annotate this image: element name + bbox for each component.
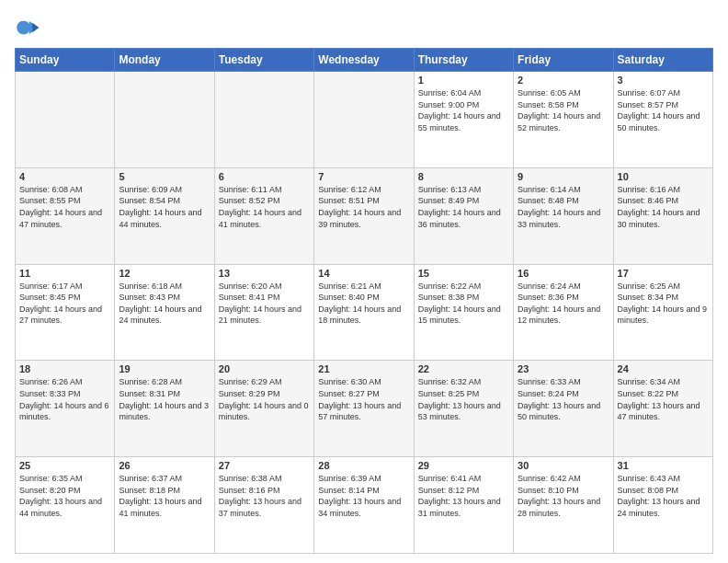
day-detail: Sunrise: 6:20 AMSunset: 8:41 PMDaylight:…: [219, 282, 301, 326]
day-number: 8: [418, 171, 509, 182]
svg-marker-3: [32, 23, 39, 33]
day-detail: Sunrise: 6:43 AMSunset: 8:08 PMDaylight:…: [618, 474, 700, 518]
calendar-day-header: Monday: [115, 49, 214, 72]
page: SundayMondayTuesdayWednesdayThursdayFrid…: [0, 0, 728, 563]
day-number: 7: [318, 171, 409, 182]
day-detail: Sunrise: 6:34 AMSunset: 8:22 PMDaylight:…: [618, 377, 700, 421]
day-detail: Sunrise: 6:09 AMSunset: 8:54 PMDaylight:…: [119, 185, 201, 229]
calendar-day-cell: [16, 72, 115, 168]
day-detail: Sunrise: 6:07 AMSunset: 8:57 PMDaylight:…: [618, 88, 700, 132]
day-detail: Sunrise: 6:14 AMSunset: 8:48 PMDaylight:…: [518, 185, 600, 229]
day-detail: Sunrise: 6:39 AMSunset: 8:14 PMDaylight:…: [318, 474, 401, 518]
day-number: 24: [618, 363, 709, 374]
calendar-day-cell: 6 Sunrise: 6:11 AMSunset: 8:52 PMDayligh…: [214, 167, 313, 264]
calendar-day-cell: 2 Sunrise: 6:05 AMSunset: 8:58 PMDayligh…: [514, 72, 613, 168]
day-detail: Sunrise: 6:25 AMSunset: 8:34 PMDaylight:…: [618, 282, 708, 326]
day-detail: Sunrise: 6:38 AMSunset: 8:16 PMDaylight:…: [219, 474, 301, 518]
day-detail: Sunrise: 6:42 AMSunset: 8:10 PMDaylight:…: [518, 474, 600, 518]
day-number: 30: [518, 460, 609, 471]
day-number: 16: [518, 268, 609, 279]
calendar-table: SundayMondayTuesdayWednesdayThursdayFrid…: [15, 48, 713, 554]
calendar-week-row: 11 Sunrise: 6:17 AMSunset: 8:45 PMDaylig…: [16, 264, 713, 361]
day-detail: Sunrise: 6:18 AMSunset: 8:43 PMDaylight:…: [119, 282, 201, 326]
day-detail: Sunrise: 6:16 AMSunset: 8:46 PMDaylight:…: [618, 185, 700, 229]
day-number: 14: [318, 268, 409, 279]
calendar-day-header: Wednesday: [314, 49, 414, 72]
day-detail: Sunrise: 6:28 AMSunset: 8:31 PMDaylight:…: [119, 377, 209, 421]
day-number: 3: [618, 75, 709, 86]
calendar-day-cell: 26 Sunrise: 6:37 AMSunset: 8:18 PMDaylig…: [115, 457, 214, 554]
calendar-day-cell: 10 Sunrise: 6:16 AMSunset: 8:46 PMDaylig…: [613, 167, 712, 264]
calendar-day-cell: 13 Sunrise: 6:20 AMSunset: 8:41 PMDaylig…: [214, 264, 313, 361]
day-detail: Sunrise: 6:22 AMSunset: 8:38 PMDaylight:…: [418, 282, 501, 326]
calendar-day-cell: 16 Sunrise: 6:24 AMSunset: 8:36 PMDaylig…: [514, 264, 613, 361]
day-number: 5: [119, 171, 210, 182]
day-number: 21: [318, 363, 409, 374]
day-number: 26: [119, 460, 210, 471]
calendar-day-cell: 8 Sunrise: 6:13 AMSunset: 8:49 PMDayligh…: [414, 167, 513, 264]
day-detail: Sunrise: 6:29 AMSunset: 8:29 PMDaylight:…: [219, 377, 309, 421]
day-detail: Sunrise: 6:32 AMSunset: 8:25 PMDaylight:…: [418, 377, 501, 421]
calendar-day-cell: 22 Sunrise: 6:32 AMSunset: 8:25 PMDaylig…: [414, 361, 513, 457]
calendar-day-header: Tuesday: [214, 49, 313, 72]
day-number: 25: [19, 460, 110, 471]
calendar-day-cell: 17 Sunrise: 6:25 AMSunset: 8:34 PMDaylig…: [613, 264, 712, 361]
day-number: 12: [119, 268, 210, 279]
day-number: 9: [518, 171, 609, 182]
day-number: 11: [19, 268, 110, 279]
calendar-week-row: 1 Sunrise: 6:04 AMSunset: 9:00 PMDayligh…: [16, 72, 713, 168]
calendar-week-row: 25 Sunrise: 6:35 AMSunset: 8:20 PMDaylig…: [16, 457, 713, 554]
logo-icon: [15, 15, 40, 40]
calendar-day-cell: 29 Sunrise: 6:41 AMSunset: 8:12 PMDaylig…: [414, 457, 513, 554]
day-number: 31: [618, 460, 709, 471]
calendar-day-cell: 11 Sunrise: 6:17 AMSunset: 8:45 PMDaylig…: [16, 264, 115, 361]
calendar-week-row: 18 Sunrise: 6:26 AMSunset: 8:33 PMDaylig…: [16, 361, 713, 457]
calendar-day-cell: [115, 72, 214, 168]
day-detail: Sunrise: 6:37 AMSunset: 8:18 PMDaylight:…: [119, 474, 201, 518]
day-number: 23: [518, 363, 609, 374]
calendar-day-header: Thursday: [414, 49, 513, 72]
calendar-day-cell: 25 Sunrise: 6:35 AMSunset: 8:20 PMDaylig…: [16, 457, 115, 554]
day-number: 6: [219, 171, 310, 182]
day-detail: Sunrise: 6:17 AMSunset: 8:45 PMDaylight:…: [19, 282, 102, 326]
header: [15, 15, 713, 40]
day-number: 27: [219, 460, 310, 471]
day-number: 19: [119, 363, 210, 374]
calendar-day-cell: [314, 72, 414, 168]
calendar-day-cell: 7 Sunrise: 6:12 AMSunset: 8:51 PMDayligh…: [314, 167, 414, 264]
calendar-day-cell: 5 Sunrise: 6:09 AMSunset: 8:54 PMDayligh…: [115, 167, 214, 264]
logo: [15, 15, 44, 40]
calendar-day-header: Saturday: [613, 49, 712, 72]
calendar-day-cell: 24 Sunrise: 6:34 AMSunset: 8:22 PMDaylig…: [613, 361, 712, 457]
day-detail: Sunrise: 6:33 AMSunset: 8:24 PMDaylight:…: [518, 377, 600, 421]
day-detail: Sunrise: 6:21 AMSunset: 8:40 PMDaylight:…: [318, 282, 401, 326]
calendar-day-cell: [214, 72, 313, 168]
calendar-day-cell: 3 Sunrise: 6:07 AMSunset: 8:57 PMDayligh…: [613, 72, 712, 168]
day-detail: Sunrise: 6:05 AMSunset: 8:58 PMDaylight:…: [518, 88, 600, 132]
calendar-day-cell: 15 Sunrise: 6:22 AMSunset: 8:38 PMDaylig…: [414, 264, 513, 361]
calendar-day-cell: 21 Sunrise: 6:30 AMSunset: 8:27 PMDaylig…: [314, 361, 414, 457]
day-number: 1: [418, 75, 509, 86]
day-detail: Sunrise: 6:04 AMSunset: 9:00 PMDaylight:…: [418, 88, 501, 132]
calendar-day-cell: 20 Sunrise: 6:29 AMSunset: 8:29 PMDaylig…: [214, 361, 313, 457]
day-detail: Sunrise: 6:11 AMSunset: 8:52 PMDaylight:…: [219, 185, 301, 229]
day-detail: Sunrise: 6:30 AMSunset: 8:27 PMDaylight:…: [318, 377, 401, 421]
day-number: 10: [618, 171, 709, 182]
calendar-day-cell: 9 Sunrise: 6:14 AMSunset: 8:48 PMDayligh…: [514, 167, 613, 264]
day-detail: Sunrise: 6:24 AMSunset: 8:36 PMDaylight:…: [518, 282, 600, 326]
calendar-day-header: Friday: [514, 49, 613, 72]
day-number: 13: [219, 268, 310, 279]
calendar-day-cell: 28 Sunrise: 6:39 AMSunset: 8:14 PMDaylig…: [314, 457, 414, 554]
day-number: 18: [19, 363, 110, 374]
calendar-day-cell: 18 Sunrise: 6:26 AMSunset: 8:33 PMDaylig…: [16, 361, 115, 457]
day-number: 15: [418, 268, 509, 279]
day-number: 4: [19, 171, 110, 182]
calendar-day-header: Sunday: [16, 49, 115, 72]
calendar-day-cell: 4 Sunrise: 6:08 AMSunset: 8:55 PMDayligh…: [16, 167, 115, 264]
day-number: 28: [318, 460, 409, 471]
day-detail: Sunrise: 6:35 AMSunset: 8:20 PMDaylight:…: [19, 474, 102, 518]
day-detail: Sunrise: 6:13 AMSunset: 8:49 PMDaylight:…: [418, 185, 501, 229]
day-number: 29: [418, 460, 509, 471]
calendar-day-cell: 12 Sunrise: 6:18 AMSunset: 8:43 PMDaylig…: [115, 264, 214, 361]
calendar-day-cell: 19 Sunrise: 6:28 AMSunset: 8:31 PMDaylig…: [115, 361, 214, 457]
